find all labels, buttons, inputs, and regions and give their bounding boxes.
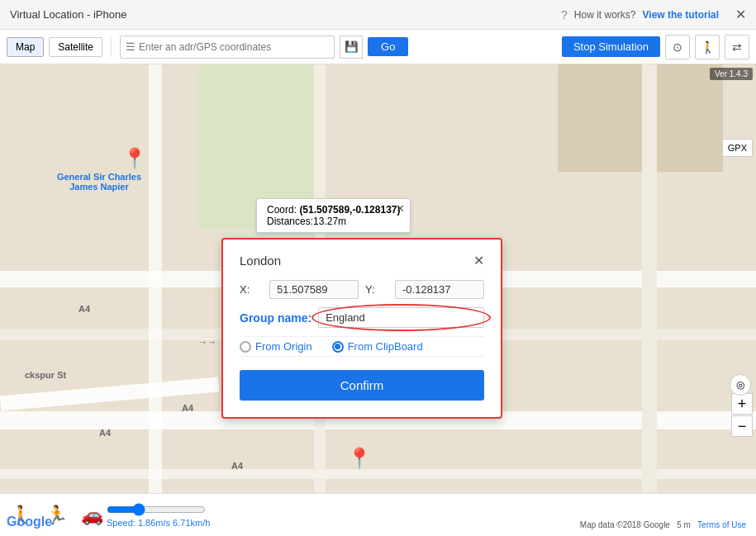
bottom-bar: 🚶 🏃 🚗 Speed: 1.86m/s 6.71km/h Google Map…	[0, 493, 756, 536]
satellite-tab[interactable]: Satellite	[49, 37, 102, 57]
kskspur-label: ckspur St	[25, 370, 66, 380]
dialog-close-button[interactable]: ✕	[473, 253, 484, 268]
y-value: -0.128137	[395, 280, 484, 299]
arrows-label: →→	[198, 337, 216, 347]
terms-of-use[interactable]: Terms of Use	[697, 520, 746, 529]
confirm-button[interactable]: Confirm	[240, 370, 484, 401]
gpx-button[interactable]: GPX	[722, 139, 753, 157]
toolbar: Map Satellite ☰ 💾 Go Stop Simulation ⊙ 🚶…	[0, 30, 756, 64]
scale-info: 5 m	[677, 520, 691, 529]
radio-from-clipboard[interactable]: From ClipBoard	[332, 340, 423, 353]
bottom-location-pin: 📍	[347, 447, 372, 470]
go-button[interactable]: Go	[368, 37, 408, 56]
share-icon-button[interactable]: ⇄	[725, 35, 749, 59]
y-label: Y:	[365, 283, 388, 296]
coord-popup: ✕ Coord: (51.507589,-0.128137) Distances…	[256, 198, 411, 233]
map-area[interactable]: 📍 General Sir Charles James Napier ckspu…	[0, 64, 756, 536]
dialog-title-row: London ✕	[240, 253, 484, 268]
location-pin: 📍	[122, 147, 147, 170]
compass-button[interactable]: ◎	[730, 374, 751, 396]
a4-label-3: A4	[231, 461, 243, 471]
dialog-xy-row: X: 51.507589 Y: -0.128137	[240, 280, 484, 299]
road-v1	[149, 64, 162, 536]
napier-label: General Sir Charles James Napier	[50, 172, 149, 192]
coord-input-wrapper: ☰	[120, 36, 335, 59]
title-bar: Virtual Location - iPhone ? How it works…	[0, 0, 756, 30]
coord-popup-close[interactable]: ✕	[396, 202, 405, 215]
drive-mode-icon[interactable]: 🚗	[81, 505, 103, 526]
coord-popup-line2: Distances:13.27m	[267, 216, 400, 227]
title-bar-right: ? How it works? View the tutorial ✕	[561, 7, 746, 22]
dialog-title: London	[240, 254, 281, 268]
close-button[interactable]: ✕	[735, 7, 746, 22]
road-v3	[642, 64, 657, 536]
stop-simulation-button[interactable]: Stop Simulation	[562, 36, 660, 57]
app-title: Virtual Location - iPhone	[10, 8, 126, 21]
zoom-controls: + −	[731, 393, 753, 437]
toolbar-right: Stop Simulation ⊙ 🚶 ⇄	[562, 35, 749, 59]
group-name-input[interactable]	[318, 307, 484, 328]
tutorial-link[interactable]: View the tutorial	[643, 9, 719, 21]
radio-from-origin[interactable]: From Origin	[240, 340, 312, 353]
x-label: X:	[240, 283, 263, 296]
group-name-row: Group name:	[240, 307, 484, 328]
a4-label-4: A4	[99, 428, 111, 438]
a4-label-2: A4	[182, 403, 193, 413]
location-dialog: London ✕ X: 51.507589 Y: -0.128137 Group…	[221, 238, 502, 419]
google-logo: Google	[7, 515, 52, 529]
toolbar-divider	[111, 37, 112, 57]
speed-slider-wrap: Speed: 1.86m/s 6.71km/h	[107, 503, 210, 528]
x-value: 51.507589	[269, 280, 359, 299]
a4-label-1: A4	[78, 304, 90, 314]
speed-text: Speed: 1.86m/s 6.71km/h	[107, 518, 210, 528]
help-icon: ?	[561, 8, 568, 21]
coord-input[interactable]	[139, 41, 329, 53]
radio-row: From Origin From ClipBoard	[240, 336, 484, 357]
map-tab[interactable]: Map	[7, 37, 44, 57]
coord-popup-line1: Coord: (51.507589,-0.128137)	[267, 204, 400, 216]
list-icon: ☰	[126, 40, 136, 53]
walk-icon-button[interactable]: 🚶	[695, 35, 720, 59]
group-name-label: Group name:	[240, 311, 311, 325]
version-badge: Ver 1.4.3	[710, 68, 753, 80]
zoom-in-button[interactable]: +	[731, 393, 753, 415]
radio-clipboard-circle	[332, 341, 344, 353]
map-data-copyright: Map data ©2018 Google	[580, 520, 670, 529]
radio-origin-circle	[240, 341, 251, 353]
satellite-preview	[558, 64, 723, 172]
coord-value: (51.507589,-0.128137)	[299, 204, 400, 216]
save-button[interactable]: 💾	[340, 36, 363, 59]
target-icon-button[interactable]: ⊙	[665, 35, 690, 59]
group-input-wrapper	[318, 307, 484, 328]
speed-slider[interactable]	[107, 503, 206, 516]
radio-origin-label: From Origin	[255, 340, 312, 353]
radio-clipboard-label: From ClipBoard	[348, 340, 423, 353]
zoom-out-button[interactable]: −	[731, 415, 753, 437]
footer-info: Map data ©2018 Google 5 m Terms of Use	[580, 520, 746, 529]
help-text: How it works?	[574, 9, 636, 21]
coord-label: Coord:	[267, 204, 297, 216]
